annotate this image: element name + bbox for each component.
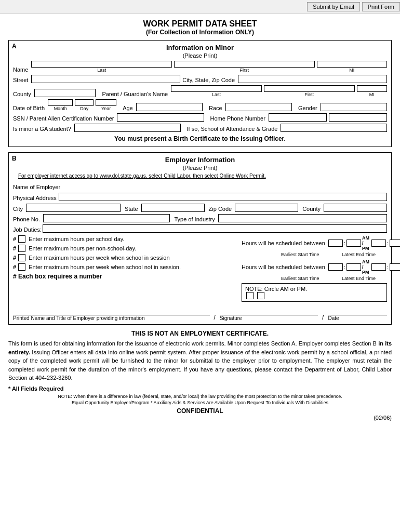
non-school-start-group: : AM / PM [328, 259, 369, 275]
physical-address-label: Physical Address [13, 195, 57, 201]
printed-name-input[interactable] [13, 305, 210, 315]
ga-student-label: Is minor a GA student? [13, 126, 71, 132]
last-name-input[interactable] [31, 61, 172, 68]
parent-first-label: First [305, 92, 314, 97]
non-school-start-row: : AM / PM [328, 259, 369, 275]
county-input[interactable] [34, 89, 96, 97]
parent-first-group: First [264, 85, 355, 97]
note-box: NOTE: Circle AM or PM. [242, 283, 387, 302]
age-input[interactable] [136, 103, 203, 111]
body-text: This form is used for obtaining informat… [8, 339, 392, 382]
school-end-h-input[interactable] [371, 240, 386, 247]
print-form-button[interactable]: Print Form [362, 2, 400, 11]
school-start-h-input[interactable] [328, 240, 343, 247]
parent-last-input[interactable] [171, 85, 262, 92]
mi-field-group: MI [317, 61, 387, 73]
street-input[interactable] [31, 75, 180, 83]
ssn-input[interactable] [117, 113, 204, 122]
note-label: NOTE: Circle AM or PM. [245, 286, 307, 292]
year-input[interactable] [96, 99, 116, 106]
dob-label: Date of Birth [13, 105, 45, 111]
employer-name-input[interactable] [62, 182, 387, 190]
earliest-start-label-2: Earliest Start Time [272, 276, 328, 281]
physical-address-row: Physical Address [13, 193, 387, 201]
parent-first-input[interactable] [264, 85, 355, 92]
hash-symbol-3: # [13, 255, 16, 261]
b-industry-input[interactable] [218, 214, 387, 222]
b-zip-label: Zip Code [209, 206, 232, 212]
employer-name-label: Name of Employer [13, 184, 60, 190]
ga-student-input[interactable] [74, 124, 181, 132]
street-label: Street [13, 77, 28, 83]
eeo-note: Equal Opportunity Employer/Program * Aux… [8, 400, 392, 405]
b-industry-label: Type of Industry [174, 216, 215, 222]
gender-input[interactable] [321, 103, 387, 111]
first-label: First [240, 68, 249, 73]
week-no-school-row: # Enter maximum hours per week when scho… [13, 263, 237, 271]
employer-name-row: Name of Employer [13, 182, 387, 190]
race-input[interactable] [225, 103, 292, 111]
birth-cert-notice: You must present a Birth Certificate to … [13, 135, 387, 142]
parent-mi-input[interactable] [357, 85, 387, 92]
non-school-day-box[interactable] [18, 245, 25, 252]
phone-label: Home Phone Number [210, 115, 265, 122]
school-end-m-input[interactable] [390, 240, 400, 247]
last-label: Last [97, 68, 106, 73]
non-school-start-m-input[interactable] [346, 263, 361, 271]
b-state-input[interactable] [141, 204, 205, 212]
slash-1: / [214, 314, 216, 321]
phone-number-input[interactable] [329, 113, 387, 122]
signature-input[interactable] [220, 305, 318, 315]
latest-end-label: Latest End Time [330, 252, 387, 257]
pm-checkbox[interactable] [257, 292, 264, 299]
date-label: Date [328, 315, 387, 321]
b-zip-input[interactable] [235, 204, 298, 212]
physical-address-input[interactable] [59, 193, 387, 201]
year-group: Year [96, 99, 116, 111]
job-duties-input[interactable] [43, 224, 387, 233]
day-input[interactable] [75, 99, 94, 106]
slash-2: / [322, 314, 324, 321]
section-b-title: Employer Information [13, 156, 387, 164]
date-input[interactable] [328, 305, 387, 315]
confidential: CONFIDENTIAL [8, 407, 392, 415]
section-b: B Employer Information (Please Print) Fo… [8, 152, 392, 325]
colon-4: : [387, 264, 389, 270]
ampm-label-3: AM / PM [362, 259, 369, 275]
age-label: Age [123, 105, 133, 111]
city-state-zip-input[interactable] [238, 75, 387, 83]
page-title: WORK PERMIT DATA SHEET [8, 19, 392, 29]
section-a-please-print: (Please Print) [13, 52, 387, 59]
phone-area-input[interactable] [269, 113, 327, 122]
school-day-row: # Enter maximum hours per school day. [13, 235, 237, 243]
non-school-end-m-input[interactable] [390, 263, 400, 271]
mi-input[interactable] [317, 61, 387, 68]
b-phone-input[interactable] [43, 214, 170, 222]
non-school-end-h-input[interactable] [371, 263, 386, 271]
street-row: Street City, State, Zip Code [13, 75, 387, 83]
all-fields-required: * All Fields Required [8, 385, 392, 392]
submit-email-button[interactable]: Submit by Email [307, 2, 359, 11]
am-checkbox[interactable] [246, 292, 254, 299]
school-time-labels: Earliest Start Time Latest End Time [242, 252, 387, 257]
week-no-school-box[interactable] [18, 263, 25, 271]
county-label: County [13, 91, 31, 97]
week-school-box[interactable] [18, 254, 25, 261]
b-city-input[interactable] [26, 204, 121, 212]
non-school-end-row: : AM / PM [371, 259, 400, 275]
month-input[interactable] [48, 99, 73, 106]
school-input[interactable] [281, 124, 387, 132]
non-school-start-h-input[interactable] [328, 263, 343, 271]
ga-student-row: Is minor a GA student? If so, School of … [13, 124, 387, 132]
name-row: Name Last First MI [13, 61, 387, 73]
school-label: If so, School of Attendance & Grade [187, 126, 278, 132]
job-duties-label: Job Duties: [13, 227, 42, 233]
signature-label: Signature [220, 315, 318, 321]
first-name-input[interactable] [174, 61, 315, 68]
school-day-box[interactable] [18, 235, 25, 243]
school-day-times: Hours will be scheduled between : AM / P… [242, 235, 387, 251]
school-start-m-input[interactable] [346, 240, 361, 247]
hash-symbol-1: # [13, 236, 16, 242]
mi-label: MI [349, 68, 354, 73]
b-county-input[interactable] [324, 204, 387, 212]
